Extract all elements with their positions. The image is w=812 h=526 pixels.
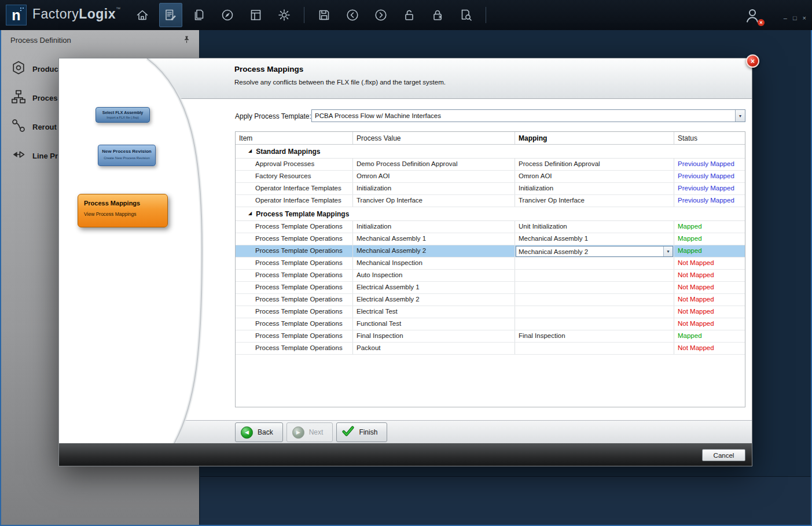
chevron-down-icon[interactable]: ▾ <box>735 110 745 122</box>
table-row[interactable]: Process Template OperationsElectrical As… <box>236 282 745 294</box>
group-name: Process Template Mappings <box>256 210 349 218</box>
mapping-dropdown[interactable]: Mechanical Assembly 2▼ <box>516 246 673 257</box>
cell-item: Process Template Operations <box>236 306 353 318</box>
table-row[interactable]: Process Template OperationsElectrical As… <box>236 294 745 306</box>
cell-mapping: Mechanical Assembly 1 <box>515 233 674 245</box>
pages-icon[interactable] <box>188 3 211 27</box>
cell-status: Mapped <box>674 245 745 257</box>
home-icon[interactable] <box>131 3 154 27</box>
process-edit-icon[interactable] <box>159 3 182 27</box>
process-template-dropdown[interactable]: PCBA Process Flow w/ Machine Interfaces … <box>311 109 745 122</box>
gear-icon[interactable] <box>273 3 296 27</box>
cell-mapping <box>515 282 674 293</box>
wizard-step-subtitle: Import a FLX file (.flxp) <box>96 116 149 119</box>
group-expander-icon[interactable]: ◢ <box>248 211 252 216</box>
unlock-icon[interactable] <box>398 3 421 27</box>
maximize-button[interactable]: □ <box>793 15 797 21</box>
compass-icon[interactable] <box>216 3 239 27</box>
save-icon[interactable] <box>313 3 336 27</box>
cell-process-value: Packout <box>353 343 515 354</box>
wizard-step-new-process-revision: New Process RevisionCreate New Process R… <box>98 145 156 166</box>
cell-status: Not Mapped <box>674 318 745 330</box>
close-button[interactable]: × <box>803 15 806 21</box>
group-header-standard-mappings[interactable]: ◢Standard Mappings <box>236 145 745 159</box>
dialog-subtitle: Resolve any conflicts between the FLX fi… <box>234 79 446 86</box>
line-process-icon <box>10 146 27 165</box>
cell-mapping <box>515 258 674 269</box>
table-row[interactable]: Process Template OperationsPackoutNot Ma… <box>236 343 745 355</box>
cell-item: Process Template Operations <box>236 330 353 342</box>
table-row[interactable]: Approval ProcessesDemo Process Definitio… <box>236 159 745 171</box>
wizard-step-select-flx-assembly: Select FLX AssemblyImport a FLX file (.f… <box>95 107 150 123</box>
cell-mapping: Process Definition Approval <box>515 159 674 170</box>
table-row[interactable]: Process Template OperationsMechanical As… <box>236 245 745 258</box>
sidebar-item-label: Produc <box>32 65 58 73</box>
pin-icon[interactable] <box>182 35 191 46</box>
group-header-process-template-mappings[interactable]: ◢Process Template Mappings <box>236 207 745 221</box>
next-button[interactable]: ▶ Next <box>286 422 333 442</box>
wizard-step-process-mappings[interactable]: Process MappingsView Process Mappings <box>78 194 168 227</box>
cell-item: Process Template Operations <box>236 258 353 269</box>
app-title: FactoryLogix™ <box>32 6 121 22</box>
cell-item: Process Template Operations <box>236 294 353 306</box>
wizard-step-title: Process Mappings <box>84 200 167 207</box>
toolbar-separator <box>486 7 486 23</box>
cell-process-value: Final Inspection <box>353 330 515 342</box>
cell-process-value: Mechanical Assembly 1 <box>353 233 515 245</box>
table-row[interactable]: Process Template OperationsInitializatio… <box>236 221 745 233</box>
back-button[interactable]: ◀ Back <box>235 422 283 442</box>
dialog-title-block: Process Mappings Resolve any conflicts b… <box>234 65 446 86</box>
table-row[interactable]: Process Template OperationsFinal Inspect… <box>236 330 745 343</box>
table-row[interactable]: Factory ResourcesOmron AOIOmron AOIPrevi… <box>236 171 745 183</box>
sidebar-item-label: Rerout <box>32 123 57 131</box>
back-arrow-icon: ◀ <box>241 426 253 439</box>
cell-mapping <box>515 270 674 281</box>
table-row[interactable]: Process Template OperationsFunctional Te… <box>236 318 745 330</box>
column-header-mapping: Mapping <box>515 132 674 144</box>
apply-template-label: Apply Process Template: <box>235 112 311 120</box>
cell-status: Previously Mapped <box>674 171 745 182</box>
cell-status: Mapped <box>674 233 745 245</box>
dialog-title: Process Mappings <box>234 65 446 73</box>
table-row[interactable]: Operator Interface TemplatesInitializati… <box>236 183 745 195</box>
process-icon <box>10 89 27 107</box>
titlebar: n FactoryLogix™ × –□× <box>0 0 812 30</box>
column-header-item: Item <box>236 132 353 144</box>
chevron-down-icon[interactable]: ▼ <box>663 247 673 256</box>
lock-icon[interactable] <box>426 3 449 27</box>
group-expander-icon[interactable]: ◢ <box>248 148 252 153</box>
cell-process-value: Initialization <box>353 183 515 194</box>
dialog-close-button[interactable]: × <box>746 54 759 68</box>
minimize-button[interactable]: – <box>784 15 787 21</box>
table-row[interactable]: Operator Interface TemplatesTranciver Op… <box>236 195 745 207</box>
cell-mapping <box>515 343 674 354</box>
cell-process-value: Electrical Test <box>353 306 515 318</box>
table-row[interactable]: Process Template OperationsElectrical Te… <box>236 306 745 318</box>
cell-process-value: Tranciver Op Interface <box>353 195 515 207</box>
finish-button[interactable]: Finish <box>336 422 387 442</box>
document-search-icon[interactable] <box>454 3 477 27</box>
report-icon[interactable] <box>244 3 267 27</box>
cell-status: Previously Mapped <box>674 195 745 207</box>
cell-mapping <box>515 294 674 306</box>
user-logout-icon[interactable]: × <box>744 7 762 25</box>
cell-status: Previously Mapped <box>674 159 745 170</box>
wizard-step-title: Select FLX Assembly <box>96 111 149 115</box>
forward-circle-icon[interactable] <box>369 3 392 27</box>
dialog-bottom-bar: Cancel <box>59 443 752 466</box>
cell-process-value: Mechanical Inspection <box>353 258 515 269</box>
mapping-table-head: ItemProcess ValueMappingStatus <box>236 132 745 145</box>
finish-check-icon <box>342 426 354 439</box>
cell-mapping: Tranciver Op Interface <box>515 195 674 207</box>
cancel-button[interactable]: Cancel <box>702 449 745 461</box>
process-mappings-dialog: Select FLX AssemblyImport a FLX file (.f… <box>58 58 752 466</box>
cell-mapping <box>515 318 674 330</box>
logout-badge-icon: × <box>758 19 765 26</box>
back-circle-icon[interactable] <box>341 3 364 27</box>
table-row[interactable]: Process Template OperationsMechanical In… <box>236 258 745 270</box>
table-row[interactable]: Process Template OperationsMechanical As… <box>236 233 745 245</box>
cell-status: Not Mapped <box>674 343 745 354</box>
table-row[interactable]: Process Template OperationsAuto Inspecti… <box>236 270 745 282</box>
cell-item: Operator Interface Templates <box>236 195 353 207</box>
cell-item: Process Template Operations <box>236 318 353 330</box>
